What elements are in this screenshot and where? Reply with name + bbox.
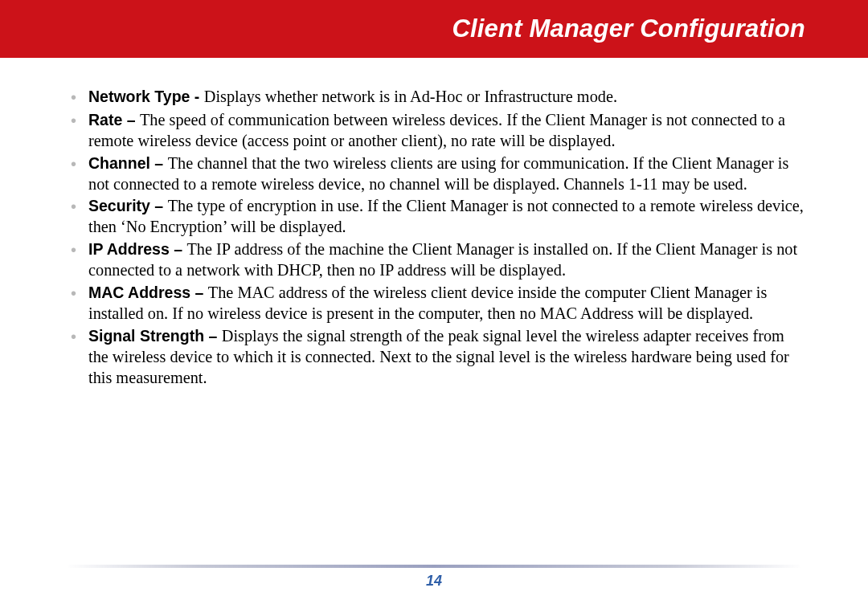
page: Client Manager Configuration •Network Ty… [0, 0, 868, 600]
list-item-body: MAC Address – The MAC address of the wir… [88, 283, 805, 324]
term-separator: - [190, 88, 203, 105]
header-title: Client Manager Configuration [452, 14, 805, 43]
bullet-icon: • [71, 326, 88, 348]
list-item: •Network Type - Displays whether network… [71, 87, 805, 108]
term-description: The type of encryption in use. If the Cl… [88, 197, 804, 235]
bullet-icon: • [71, 283, 88, 304]
term-description: The IP address of the machine the Client… [88, 240, 797, 279]
term-label: MAC Address [88, 284, 190, 301]
term-label: Channel [88, 154, 150, 172]
term-description: The speed of communication between wirel… [88, 111, 785, 149]
term-label: Signal Strength [88, 327, 204, 345]
term-separator: – [122, 111, 140, 129]
term-separator: – [150, 154, 168, 172]
list-item: •Security – The type of encryption in us… [71, 196, 805, 238]
term-label: Security [88, 197, 150, 214]
term-separator: – [150, 197, 168, 214]
bullet-icon: • [71, 110, 88, 132]
term-description: The channel that the two wireless client… [88, 154, 788, 193]
list-item: •IP Address – The IP address of the mach… [71, 239, 805, 281]
list-item-body: Rate – The speed of communication betwee… [88, 110, 805, 152]
term-separator: – [204, 327, 222, 345]
term-separator: – [190, 284, 208, 301]
list-item: •Signal Strength – Displays the signal s… [71, 326, 805, 389]
page-number: 14 [0, 573, 868, 590]
list-item-body: Network Type - Displays whether network … [88, 87, 805, 108]
term-separator: – [170, 240, 187, 258]
bullet-icon: • [71, 87, 88, 108]
content-list: •Network Type - Displays whether network… [71, 87, 805, 390]
list-item-body: IP Address – The IP address of the machi… [88, 239, 805, 281]
list-item-body: Security – The type of encryption in use… [88, 196, 805, 238]
term-label: Rate [88, 111, 122, 129]
bullet-icon: • [71, 153, 88, 175]
bullet-icon: • [71, 239, 88, 261]
term-label: Network Type [88, 88, 190, 105]
bullet-icon: • [71, 196, 88, 218]
list-item: •Channel – The channel that the two wire… [71, 153, 805, 195]
list-item-body: Signal Strength – Displays the signal st… [88, 326, 805, 389]
list-item: •Rate – The speed of communication betwe… [71, 110, 805, 152]
term-description: Displays whether network is in Ad-Hoc or… [204, 88, 617, 105]
footer-divider [66, 565, 802, 568]
term-label: IP Address [88, 240, 170, 258]
list-item-body: Channel – The channel that the two wirel… [88, 153, 805, 195]
list-item: •MAC Address – The MAC address of the wi… [71, 283, 805, 324]
